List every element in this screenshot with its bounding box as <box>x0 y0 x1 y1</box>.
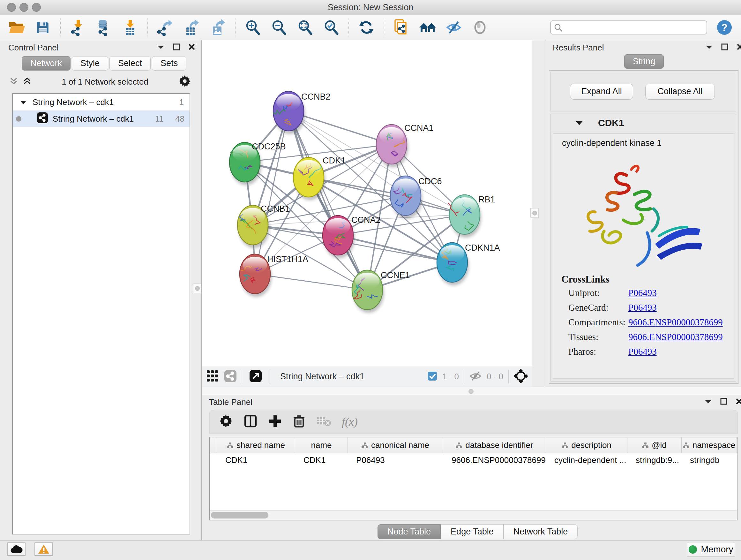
expand-all-button[interactable]: Expand All <box>570 84 633 100</box>
delete-column-trash-icon[interactable] <box>293 414 306 429</box>
tab-select[interactable]: Select <box>110 56 151 71</box>
network-collection-row[interactable]: String Network – cdk1 1 <box>13 94 190 111</box>
tab-style[interactable]: Style <box>72 56 108 71</box>
panel-close-icon[interactable] <box>737 44 741 52</box>
save-session-icon[interactable] <box>34 18 52 37</box>
column-header-database-identifier[interactable]: database identifier <box>443 437 546 453</box>
table-cell[interactable]: CDK1 <box>217 453 295 468</box>
panel-float-icon[interactable] <box>721 44 728 52</box>
zoom-selected-icon[interactable] <box>322 18 340 37</box>
table-horizontal-scrollbar[interactable] <box>210 510 737 520</box>
panel-float-icon[interactable] <box>173 44 180 52</box>
column-header-name[interactable]: name <box>295 437 348 453</box>
column-header-description[interactable]: description <box>546 437 627 453</box>
memory-button[interactable]: Memory <box>687 542 735 557</box>
export-network-icon[interactable] <box>156 18 174 37</box>
crosslink-value-link[interactable]: P06493 <box>628 302 657 313</box>
column-type-icon <box>456 442 462 448</box>
hidden-eye-slash-icon[interactable] <box>469 371 482 383</box>
hide-selection-eye-slash-icon[interactable] <box>445 18 463 37</box>
table-cell[interactable]: stringdb <box>682 453 737 468</box>
column-header-namespace[interactable]: namespace <box>682 437 737 453</box>
network-node-CDKN1A[interactable] <box>437 243 469 286</box>
apply-function-icon[interactable]: f(x) <box>342 415 358 428</box>
panel-menu-icon[interactable] <box>157 44 165 51</box>
column-header-canonical-name[interactable]: canonical name <box>348 437 443 453</box>
crosslink-value-link[interactable]: 9606.ENSP00000378699 <box>628 332 723 342</box>
tab-network[interactable]: Network <box>22 56 71 71</box>
network-node-RB1[interactable] <box>448 195 481 238</box>
table-settings-gear-icon[interactable] <box>219 415 232 429</box>
control-panel: Control Panel Network Style Select Sets … <box>0 40 202 540</box>
share-network-icon[interactable] <box>224 370 237 384</box>
column-header-shared-name[interactable]: shared name <box>217 437 295 453</box>
panel-float-icon[interactable] <box>720 398 727 406</box>
table-cell[interactable]: 9606.ENSP00000378699 <box>443 453 546 468</box>
expand-all-chevron-icon[interactable] <box>23 77 31 86</box>
crosslink-value-link[interactable]: P06493 <box>628 288 657 298</box>
zoom-out-icon[interactable] <box>270 18 288 37</box>
panel-menu-icon[interactable] <box>704 399 712 405</box>
import-network-from-database-icon[interactable] <box>95 18 113 37</box>
search-input[interactable] <box>550 20 707 35</box>
scrollbar-thumb[interactable] <box>211 512 268 518</box>
cloud-button[interactable] <box>7 543 25 556</box>
home-icon[interactable] <box>419 18 436 37</box>
network-row-selected[interactable]: String Network – cdk1 11 48 <box>13 111 190 127</box>
network-edge[interactable] <box>255 274 367 290</box>
network-node-CDK1[interactable] <box>293 158 325 200</box>
table-row[interactable]: CDK1CDK1P064939606.ENSP00000378699cyclin… <box>210 453 737 468</box>
manage-columns-icon[interactable] <box>244 414 258 429</box>
refresh-icon[interactable] <box>357 18 375 37</box>
import-network-icon[interactable] <box>69 18 87 37</box>
panel-close-icon[interactable] <box>736 398 741 406</box>
open-session-icon[interactable] <box>8 18 25 37</box>
network-node-CCNA2[interactable] <box>323 215 354 258</box>
warning-button[interactable] <box>35 543 53 556</box>
tab-sets[interactable]: Sets <box>152 56 186 71</box>
export-image-icon[interactable] <box>209 18 226 37</box>
export-table-icon[interactable] <box>183 18 200 37</box>
selected-checkbox-icon[interactable] <box>428 371 437 382</box>
crosshair-move-icon[interactable] <box>514 369 528 384</box>
zoom-fit-icon[interactable] <box>296 18 314 37</box>
share-document-icon[interactable] <box>393 18 410 37</box>
tab-edge-table[interactable]: Edge Table <box>441 524 503 539</box>
horizontal-splitter[interactable] <box>202 387 741 396</box>
network-options-gear-icon[interactable] <box>179 75 191 88</box>
column-header-@id[interactable]: @id <box>627 437 682 453</box>
collapse-all-button[interactable]: Collapse All <box>645 84 715 100</box>
network-node-HIST1H1A[interactable] <box>240 254 272 297</box>
network-node-CCNE1[interactable] <box>352 270 384 313</box>
add-column-plus-icon[interactable] <box>268 415 282 429</box>
network-node-CCNB2[interactable] <box>273 91 305 134</box>
grid-view-icon[interactable] <box>206 370 219 384</box>
help-icon[interactable]: ? <box>716 18 733 37</box>
panel-menu-icon[interactable] <box>705 44 713 51</box>
tab-network-table[interactable]: Network Table <box>503 524 578 539</box>
open-in-window-icon[interactable] <box>249 370 262 384</box>
collapse-all-chevron-icon[interactable] <box>10 77 18 86</box>
crosslink-value-link[interactable]: 9606.ENSP00000378699 <box>628 317 723 327</box>
network-edge[interactable] <box>338 235 452 262</box>
table-cell[interactable]: stringdb:9... <box>627 453 682 468</box>
table-cell[interactable]: P06493 <box>348 453 443 468</box>
crosslink-value-link[interactable]: P06493 <box>628 347 657 357</box>
clear-table-icon[interactable] <box>316 415 331 428</box>
tree-expand-icon[interactable] <box>20 98 27 107</box>
left-splitter-handle[interactable] <box>193 284 201 293</box>
entry-collapse-icon[interactable] <box>575 120 583 127</box>
network-node-CDC6[interactable] <box>390 176 422 219</box>
tab-string[interactable]: String <box>624 54 664 69</box>
show-all-eye-icon[interactable] <box>471 18 489 37</box>
panel-close-icon[interactable] <box>188 44 195 52</box>
table-cell[interactable]: CDK1 <box>295 453 348 468</box>
zoom-in-icon[interactable] <box>244 18 262 37</box>
tab-node-table[interactable]: Node Table <box>378 524 441 539</box>
network-node-CCNA1[interactable] <box>376 125 408 167</box>
import-table-icon[interactable] <box>121 18 139 37</box>
network-canvas[interactable]: CCNB2CCNA1CDC25BCDK1CDC6RB1CCNB1CCNA2CDK… <box>202 40 532 366</box>
gene-entry-header[interactable]: CDK1 <box>551 114 736 132</box>
table-cell[interactable]: cyclin-dependent ... <box>546 453 627 468</box>
right-splitter-handle[interactable] <box>530 208 539 218</box>
